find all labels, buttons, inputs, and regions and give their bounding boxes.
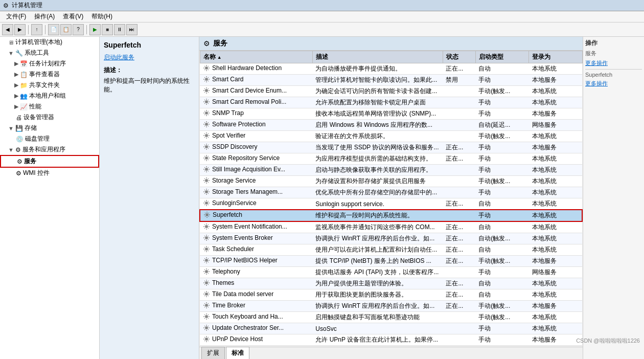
- tab-expand[interactable]: 扩展: [201, 347, 225, 359]
- tab-standard[interactable]: 标准: [226, 347, 249, 359]
- table-row[interactable]: Smart Card 管理此计算机对智能卡的取读访问。如果此... 禁用 手动 …: [200, 75, 582, 86]
- service-name-cell: Smart Card: [203, 76, 243, 83]
- table-row[interactable]: Storage Tiers Managem... 优化系统中所有分层存储空间的存…: [200, 187, 582, 198]
- tree-item-storage[interactable]: ▼ 💾 存储: [0, 123, 99, 133]
- right-sidebar-title: 操作: [585, 39, 642, 48]
- table-container[interactable]: 名称 ▲ 描述 状态 启动类型 登录为: [199, 51, 583, 347]
- tree-item-task-scheduler[interactable]: ▶ 📅 任务计划程序: [0, 58, 99, 69]
- tb-properties[interactable]: 📋: [60, 24, 72, 35]
- table-row[interactable]: System Event Notification... 监视系统事件并通知订阅…: [200, 221, 582, 233]
- right-sidebar-section1: 服务: [585, 50, 642, 57]
- tree-item-local-users[interactable]: ▶ 👥 本地用户和组: [0, 91, 99, 101]
- event-viewer-icon: 📋: [20, 71, 28, 78]
- service-name-cell: SSDP Discovery: [203, 143, 257, 150]
- tree-item-system-tools[interactable]: ▼ 🔧 系统工具: [0, 48, 99, 58]
- tb-help[interactable]: ?: [73, 24, 84, 35]
- table-row[interactable]: Smart Card Device Enum... 为确定会话可访问的所有智能卡…: [200, 86, 582, 97]
- tb-back[interactable]: ◀: [2, 24, 13, 35]
- left-panel: 🖥 计算机管理(本地) ▼ 🔧 系统工具 ▶ 📅 任务计划程序 ▶ 📋 事件查看…: [0, 37, 100, 359]
- title-bar-text: 计算机管理: [12, 1, 42, 10]
- menu-help[interactable]: 帮助(H): [87, 11, 117, 22]
- tb-up[interactable]: ↑: [31, 24, 42, 35]
- service-name-cell: Storage Tiers Managem...: [203, 188, 283, 195]
- tb-play[interactable]: ▶: [89, 24, 101, 35]
- col-header-status[interactable]: 状态: [443, 51, 475, 63]
- table-row[interactable]: SNMP Trap 接收本地或远程简单网络管理协议 (SNMP)... 手动 本…: [200, 108, 582, 120]
- table-row[interactable]: Touch Keyboard and Ha... 启用触摸键盘和手写面板笔和墨迹…: [200, 312, 582, 323]
- task-scheduler-icon: 📅: [20, 60, 28, 68]
- col-header-name[interactable]: 名称 ▲: [200, 51, 312, 63]
- right-sidebar-link2[interactable]: 更多操作: [585, 80, 642, 87]
- svg-point-2: [205, 89, 208, 92]
- table-row[interactable]: Telephony 提供电话服务 API (TAPI) 支持，以便客程序... …: [200, 267, 582, 278]
- device-manager-icon: 🖨: [16, 114, 22, 121]
- tree-item-shared-folders[interactable]: ▶ 📁 共享文件夹: [0, 80, 99, 91]
- main-layout: 🖥 计算机管理(本地) ▼ 🔧 系统工具 ▶ 📅 任务计划程序 ▶ 📋 事件查看…: [0, 37, 644, 359]
- services-header-title: 服务: [213, 39, 227, 48]
- tree-item-disk-mgmt[interactable]: 💿 磁盘管理: [0, 133, 99, 144]
- table-row[interactable]: Smart Card Removal Poli... 允许系统配置为移除智能卡锁…: [200, 97, 582, 108]
- tree-item-event-viewer[interactable]: ▶ 📋 事件查看器: [0, 69, 99, 80]
- right-sidebar-section2: Superfetch: [585, 72, 642, 78]
- table-row[interactable]: Spot Verifier 验证潜在的文件系统损坏。 手动(触发... 本地系统: [200, 131, 582, 142]
- table-row[interactable]: SunloginService Sunlogin support service…: [200, 198, 582, 210]
- tree-item-device-manager[interactable]: 🖨 设备管理器: [0, 112, 99, 123]
- services-header-icon: ⚙: [203, 39, 210, 48]
- table-row[interactable]: Time Broker 协调执行 WinRT 应用程序的后台作业。如... 正在…: [200, 301, 582, 312]
- table-row[interactable]: Shell Hardware Detection 为自动播放硬件事件提供通知。 …: [200, 63, 582, 75]
- service-name-cell: SunloginService: [203, 199, 257, 207]
- col-header-login[interactable]: 登录为: [529, 51, 582, 63]
- table-row[interactable]: Update Orchestrator Ser... UsoSvc 手动 本地系…: [200, 323, 582, 334]
- title-bar: ⚙ 计算机管理: [0, 0, 644, 11]
- service-name-cell: Storage Service: [203, 177, 256, 184]
- tb-forward[interactable]: ▶: [14, 24, 26, 35]
- services-apps-icon: ⚙: [15, 146, 21, 153]
- table-row[interactable]: Storage Service 为存储设置和外部存储扩展提供启用服务 手动(触发…: [200, 176, 582, 187]
- service-name-cell: Shell Hardware Detection: [203, 64, 282, 72]
- start-service-link[interactable]: 启动此服务: [104, 53, 195, 62]
- tree-item-services[interactable]: ⚙ 服务: [0, 155, 99, 168]
- table-row[interactable]: Tile Data model server 用于获取图块更新的图块服务器。 正…: [200, 289, 582, 301]
- col-header-startup[interactable]: 启动类型: [475, 51, 528, 63]
- tb-show-hide[interactable]: 📄: [48, 24, 59, 35]
- services-table: 名称 ▲ 描述 状态 启动类型 登录为: [199, 51, 583, 346]
- table-row[interactable]: Superfetch 维护和提高一段时间内的系统性能。 手动 本地系统: [200, 210, 582, 221]
- service-name-cell: State Repository Service: [203, 154, 280, 162]
- tb-restart[interactable]: ⏭: [126, 24, 137, 35]
- local-users-icon: 👥: [20, 93, 28, 100]
- svg-point-14: [205, 226, 208, 228]
- tree-item-services-apps[interactable]: ▼ ⚙ 服务和应用程序: [0, 144, 99, 155]
- table-row[interactable]: System Events Broker 协调执行 WinRT 应用程序的后台作…: [200, 233, 582, 244]
- svg-point-9: [205, 168, 208, 171]
- table-row[interactable]: Themes 为用户提供使用主题管理的体验。 正在... 自动 本地系统: [200, 278, 582, 289]
- table-row[interactable]: Software Protection 启用 Windows 和 Windows…: [200, 120, 582, 131]
- system-tools-icon: 🔧: [15, 50, 23, 57]
- svg-point-0: [205, 67, 208, 70]
- table-row[interactable]: TCP/IP NetBIOS Helper 提供 TCP/IP (NetBT) …: [200, 256, 582, 267]
- table-row[interactable]: Task Scheduler 使用户可以在此计算机上配置和计划自动任... 正在…: [200, 244, 582, 256]
- table-row[interactable]: SSDP Discovery 当发现了使用 SSDP 协议的网络设备和服务...…: [200, 142, 582, 153]
- tb-stop[interactable]: ■: [102, 24, 113, 35]
- svg-point-15: [205, 237, 208, 239]
- tree-item-performance[interactable]: ▶ 📈 性能: [0, 101, 99, 112]
- tb-pause[interactable]: ⏸: [114, 24, 125, 35]
- svg-point-13: [206, 214, 209, 216]
- wmi-icon: ⚙: [16, 170, 21, 177]
- bottom-tabs: 扩展 标准: [199, 347, 583, 359]
- col-header-desc[interactable]: 描述: [312, 51, 443, 63]
- table-row[interactable]: UPnP Device Host 允许 UPnP 设备宿主在此计算机上。如果停.…: [200, 334, 582, 346]
- table-row[interactable]: State Repository Service 为应用程序模型提供所需的基础结…: [200, 153, 582, 165]
- menu-view[interactable]: 查看(V): [59, 11, 87, 22]
- service-name-cell: Still Image Acquisition Ev...: [203, 166, 285, 173]
- service-name-cell: UPnP Device Host: [203, 335, 263, 343]
- tree-item-computer[interactable]: 🖥 计算机管理(本地): [0, 37, 99, 48]
- table-row[interactable]: Still Image Acquisition Ev... 启动与静态映像获取事…: [200, 165, 582, 176]
- service-name-cell: Telephony: [203, 268, 240, 275]
- menu-action[interactable]: 操作(A): [30, 11, 59, 22]
- right-sidebar-link1[interactable]: 更多操作: [585, 59, 642, 67]
- service-name-cell: Software Protection: [203, 121, 266, 128]
- svg-point-3: [205, 101, 208, 103]
- right-sidebar: 操作 服务 更多操作 Superfetch 更多操作: [583, 37, 644, 359]
- tree-item-wmi[interactable]: ⚙ WMI 控件: [0, 168, 99, 178]
- menu-file[interactable]: 文件(F): [2, 11, 30, 22]
